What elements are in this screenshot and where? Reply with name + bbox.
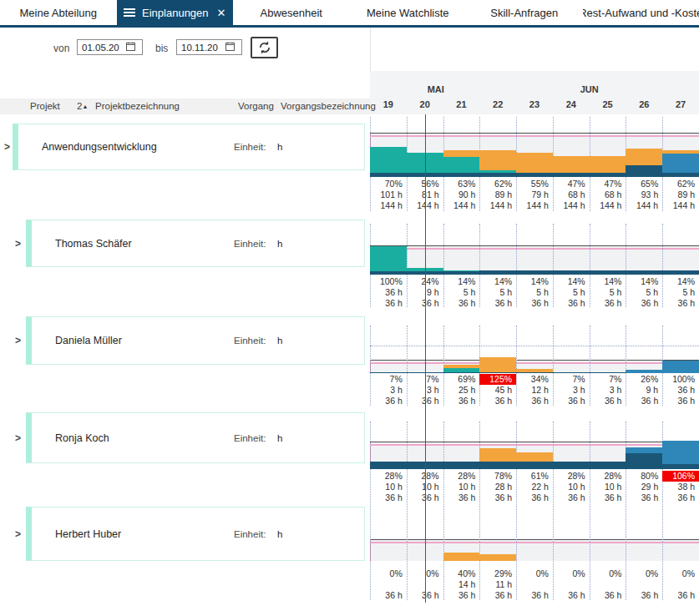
tab-abwesenheit[interactable]: Abwesenheit: [233, 0, 350, 25]
tab-label: Abwesenheit: [261, 7, 322, 19]
utilization-bar-segment[interactable]: [553, 173, 590, 177]
utilization-bar-segment[interactable]: [516, 452, 553, 462]
tab-meine-abteilung[interactable]: Meine Abteilung: [0, 0, 117, 25]
close-icon[interactable]: ✕: [217, 8, 226, 18]
utilization-bar-segment[interactable]: [443, 365, 480, 369]
expand-icon[interactable]: >: [15, 238, 21, 250]
utilization-bar-segment[interactable]: [370, 173, 407, 177]
utilization-percent: 0%: [626, 568, 662, 579]
utilization-bar-segment[interactable]: [370, 271, 407, 275]
utilization-bar-segment[interactable]: [662, 270, 699, 275]
utilization-bar-segment[interactable]: [553, 372, 590, 373]
utilization-bar-segment[interactable]: [626, 149, 662, 164]
utilization-bar-segment[interactable]: [626, 447, 662, 453]
utilization-bar-segment[interactable]: [590, 462, 626, 469]
utilization-bar-segment[interactable]: [443, 150, 480, 157]
planned-hours: 5 h: [516, 287, 553, 298]
utilization-percent: 63%: [443, 179, 480, 189]
utilization-bar-segment[interactable]: [662, 361, 699, 373]
utilization-bar-segment[interactable]: [662, 154, 699, 172]
einheit-value: h: [277, 141, 282, 153]
utilization-bar-segment[interactable]: [443, 173, 480, 177]
column-header-vorgang[interactable]: Vorgang: [238, 101, 274, 111]
utilization-bar-segment[interactable]: [370, 462, 407, 469]
utilization-bar-segment[interactable]: [626, 453, 662, 469]
row-name: Anwendungsentwicklung: [42, 141, 157, 153]
utilization-bar-segment[interactable]: [590, 372, 626, 373]
utilization-bar-segment[interactable]: [479, 357, 516, 372]
utilization-bar-segment[interactable]: [516, 369, 553, 372]
expand-icon[interactable]: >: [4, 141, 10, 153]
tab-einplanungen[interactable]: Einplanungen✕: [117, 0, 234, 25]
planned-hours: 3 h: [590, 385, 626, 396]
menu-bar: [124, 8, 135, 10]
utilization-bar-segment[interactable]: [590, 173, 626, 177]
tab-skill-anfragen[interactable]: Skill-Anfragen: [466, 0, 583, 25]
planned-hours: [370, 579, 407, 590]
utilization-bar-segment[interactable]: [516, 372, 553, 373]
utilization-bar-segment[interactable]: [662, 173, 699, 177]
utilization-bar-segment[interactable]: [479, 170, 516, 173]
calendar-icon[interactable]: [126, 42, 135, 51]
sort-indicator[interactable]: 2▲: [77, 101, 88, 111]
capacity-hours: 36 h: [553, 492, 590, 503]
tab-meine-watchliste[interactable]: Meine Watchliste: [350, 0, 467, 25]
utilization-bar-segment[interactable]: [553, 462, 590, 469]
utilization-bar-segment[interactable]: [443, 462, 480, 469]
planned-hours: 29 h: [626, 482, 662, 492]
utilization-bar-segment[interactable]: [516, 153, 553, 172]
capacity-pink-line: [370, 542, 699, 543]
refresh-icon: [257, 40, 272, 55]
utilization-bar-segment[interactable]: [626, 370, 662, 373]
utilization-bar-segment[interactable]: [479, 554, 516, 561]
utilization-bar-segment[interactable]: [553, 270, 590, 275]
utilization-bar-segment[interactable]: [590, 156, 626, 172]
utilization-bar-segment[interactable]: [443, 157, 480, 173]
utilization-bar-segment[interactable]: [626, 165, 662, 177]
utilization-bar-segment[interactable]: [479, 372, 516, 373]
column-header-projekt[interactable]: Projekt: [30, 101, 60, 111]
column-header-vorgangsbezeichnung[interactable]: Vorgangsbezeichnung: [281, 101, 376, 111]
planned-hours: 90 h: [443, 189, 480, 200]
utilization-bar-segment[interactable]: [479, 462, 516, 469]
column-header-projektbezeichnung[interactable]: Projektbezeichnung: [95, 101, 180, 111]
utilization-bar-segment[interactable]: [479, 448, 516, 462]
calendar-icon[interactable]: [225, 42, 235, 51]
utilization-bar-segment[interactable]: [479, 270, 516, 275]
utilization-bar-segment[interactable]: [443, 553, 480, 561]
refresh-button[interactable]: [251, 37, 278, 58]
menu-icon[interactable]: [124, 8, 135, 17]
utilization-bar-segment[interactable]: [443, 270, 480, 271]
planned-hours: [590, 579, 626, 590]
utilization-bar-segment[interactable]: [516, 173, 553, 177]
utilization-bar-segment[interactable]: [516, 270, 553, 275]
utilization-percent: 14%: [443, 276, 480, 287]
capacity-hours: 36 h: [516, 396, 553, 406]
utilization-percent: 65%: [626, 179, 662, 189]
expand-icon[interactable]: >: [15, 335, 21, 346]
utilization-bar-segment[interactable]: [479, 173, 516, 177]
utilization-bar-segment[interactable]: [443, 368, 480, 372]
utilization-bar-segment[interactable]: [479, 150, 516, 170]
utilization-bar-segment[interactable]: [516, 462, 553, 469]
planned-hours: 45 h: [479, 385, 516, 396]
expand-icon[interactable]: >: [15, 528, 21, 540]
capacity-hours: 36 h: [479, 590, 516, 601]
utilization-bar-segment[interactable]: [370, 372, 407, 373]
utilization-bar-segment[interactable]: [626, 270, 662, 275]
utilization-bar-segment[interactable]: [590, 270, 626, 275]
utilization-bar-segment[interactable]: [662, 441, 699, 464]
utilization-bar-segment[interactable]: [662, 464, 699, 469]
utilization-bar-segment[interactable]: [443, 372, 480, 373]
utilization-bar-segment[interactable]: [370, 147, 407, 173]
planned-hours: [516, 579, 553, 590]
utilization-percent: 0%: [590, 568, 626, 579]
tab-rest-aufwand-und-koste[interactable]: Rest-Aufwand und -Koste: [583, 0, 699, 25]
expand-icon[interactable]: >: [15, 432, 21, 444]
utilization-bar-segment[interactable]: [662, 150, 699, 154]
utilization-bar-segment[interactable]: [443, 271, 480, 275]
planned-hours: 14 h: [443, 579, 480, 590]
utilization-bar-segment[interactable]: [553, 156, 590, 172]
row-name: Ronja Koch: [55, 432, 109, 444]
utilization-bar-segment[interactable]: [370, 246, 407, 271]
